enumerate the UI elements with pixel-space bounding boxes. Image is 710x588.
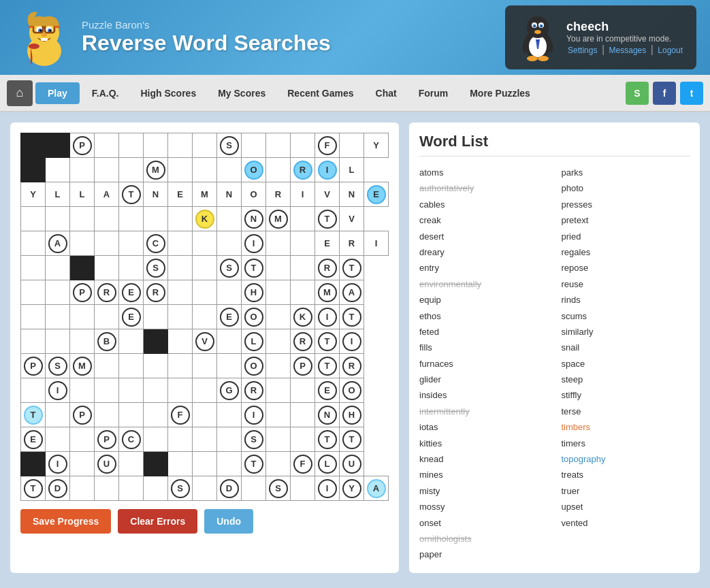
grid-cell[interactable]: O: [340, 378, 364, 403]
grid-cell[interactable]: [266, 329, 291, 354]
grid-cell[interactable]: I: [242, 231, 266, 256]
grid-cell[interactable]: S: [217, 256, 242, 280]
grid-cell[interactable]: T: [315, 207, 340, 231]
grid-cell[interactable]: [193, 133, 217, 158]
grid-cell[interactable]: L: [340, 158, 364, 182]
grid-cell[interactable]: [291, 207, 315, 231]
grid-cell[interactable]: P: [70, 280, 95, 305]
grid-cell[interactable]: [193, 452, 217, 476]
grid-cell[interactable]: E: [119, 305, 144, 329]
grid-cell[interactable]: T: [315, 354, 340, 378]
grid-cell[interactable]: [70, 476, 95, 501]
grid-cell[interactable]: [168, 354, 193, 378]
grid-cell[interactable]: [266, 378, 291, 403]
grid-cell[interactable]: I: [46, 452, 70, 476]
grid-cell[interactable]: [95, 158, 119, 182]
stumbleupon-icon[interactable]: S: [626, 82, 649, 105]
grid-cell[interactable]: [119, 231, 144, 256]
grid-cell[interactable]: P: [95, 427, 119, 452]
grid-cell[interactable]: A: [46, 231, 70, 256]
grid-cell[interactable]: E: [119, 280, 144, 305]
grid-cell[interactable]: [46, 305, 70, 329]
grid-cell[interactable]: S: [168, 476, 193, 501]
grid-cell[interactable]: [46, 256, 70, 280]
grid-cell[interactable]: M: [315, 280, 340, 305]
grid-cell[interactable]: [21, 329, 46, 354]
nav-recentgames[interactable]: Recent Games: [278, 82, 363, 104]
grid-cell[interactable]: T: [315, 427, 340, 452]
grid-cell[interactable]: [144, 305, 168, 329]
grid-cell[interactable]: I: [364, 231, 389, 256]
grid-cell[interactable]: R: [242, 378, 266, 403]
grid-cell[interactable]: [119, 207, 144, 231]
grid-cell[interactable]: [144, 476, 168, 501]
grid-cell[interactable]: [119, 354, 144, 378]
grid-cell[interactable]: [168, 329, 193, 354]
grid-cell[interactable]: [21, 280, 46, 305]
grid-cell[interactable]: [168, 280, 193, 305]
grid-cell[interactable]: H: [242, 280, 266, 305]
grid-cell[interactable]: I: [291, 182, 315, 207]
grid-cell[interactable]: [70, 305, 95, 329]
grid-cell[interactable]: [119, 476, 144, 501]
grid-cell[interactable]: T: [340, 427, 364, 452]
grid-cell[interactable]: E: [315, 231, 340, 256]
grid-cell[interactable]: M: [266, 207, 291, 231]
undo-button[interactable]: Undo: [204, 509, 253, 534]
grid-cell[interactable]: [168, 452, 193, 476]
grid-cell[interactable]: O: [242, 182, 266, 207]
clear-errors-button[interactable]: Clear Errors: [118, 509, 197, 534]
grid-cell[interactable]: L: [315, 452, 340, 476]
grid-cell[interactable]: S: [46, 354, 70, 378]
grid-cell[interactable]: D: [217, 476, 242, 501]
grid-cell[interactable]: I: [46, 378, 70, 403]
grid-cell[interactable]: T: [242, 256, 266, 280]
grid-cell[interactable]: [291, 427, 315, 452]
grid-cell[interactable]: [144, 403, 168, 427]
grid-cell[interactable]: [291, 231, 315, 256]
grid-cell[interactable]: U: [340, 452, 364, 476]
nav-faq[interactable]: F.A.Q.: [82, 82, 129, 104]
grid-cell[interactable]: L: [70, 182, 95, 207]
grid-cell[interactable]: P: [21, 354, 46, 378]
grid-cell[interactable]: [168, 378, 193, 403]
grid-cell[interactable]: [193, 427, 217, 452]
grid-cell[interactable]: [95, 207, 119, 231]
grid-cell[interactable]: E: [217, 305, 242, 329]
grid-cell[interactable]: [168, 231, 193, 256]
grid-cell[interactable]: [119, 256, 144, 280]
grid-cell[interactable]: [21, 231, 46, 256]
grid-cell[interactable]: [266, 403, 291, 427]
grid-cell[interactable]: [291, 280, 315, 305]
grid-cell[interactable]: [242, 133, 266, 158]
word-search-grid[interactable]: P S F Y: [20, 133, 389, 501]
grid-cell[interactable]: R: [291, 329, 315, 354]
grid-cell[interactable]: S: [266, 476, 291, 501]
messages-link[interactable]: Messages: [609, 46, 647, 55]
nav-myscores[interactable]: My Scores: [208, 82, 275, 104]
grid-cell[interactable]: [340, 133, 364, 158]
grid-cell[interactable]: R: [291, 158, 315, 182]
grid-cell[interactable]: O: [242, 158, 266, 182]
grid-cell[interactable]: D: [46, 476, 70, 501]
grid-cell[interactable]: [168, 158, 193, 182]
grid-cell[interactable]: O: [242, 354, 266, 378]
grid-cell[interactable]: T: [21, 476, 46, 501]
grid-cell[interactable]: [119, 452, 144, 476]
logout-link[interactable]: Logout: [658, 46, 683, 55]
grid-cell[interactable]: [119, 133, 144, 158]
grid-cell[interactable]: [119, 403, 144, 427]
nav-chat[interactable]: Chat: [366, 82, 406, 104]
grid-cell[interactable]: N: [217, 182, 242, 207]
grid-cell[interactable]: [266, 427, 291, 452]
grid-cell[interactable]: K: [193, 207, 217, 231]
grid-cell[interactable]: [70, 378, 95, 403]
grid-cell[interactable]: [217, 427, 242, 452]
facebook-icon[interactable]: f: [653, 82, 676, 105]
grid-cell[interactable]: B: [95, 329, 119, 354]
grid-cell[interactable]: [70, 158, 95, 182]
grid-cell[interactable]: M: [193, 182, 217, 207]
grid-cell[interactable]: P: [70, 133, 95, 158]
grid-cell[interactable]: [217, 354, 242, 378]
grid-cell[interactable]: [95, 403, 119, 427]
